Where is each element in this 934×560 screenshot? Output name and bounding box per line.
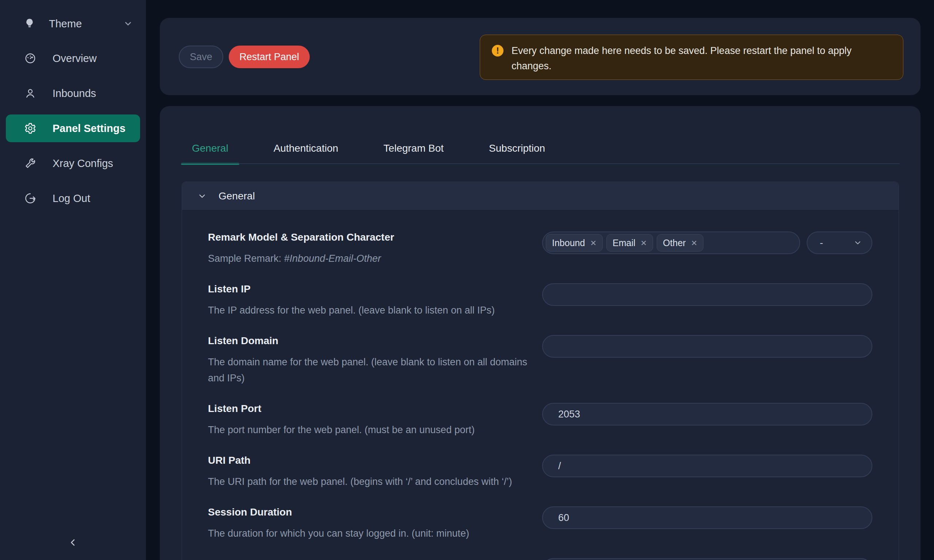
tab-authentication[interactable]: Authentication xyxy=(263,133,349,164)
form-row-uri-path: URI Path The URI path for the web panel.… xyxy=(208,455,872,490)
wrench-icon xyxy=(24,157,37,169)
tag-label: Email xyxy=(613,238,635,248)
form-row-listen-port: Listen Port The port number for the web … xyxy=(208,403,872,438)
gear-icon xyxy=(24,122,37,135)
field-label: Listen IP xyxy=(208,283,527,295)
toolbar-card: Save Restart Panel ! Every change made h… xyxy=(160,18,920,95)
listen-ip-input[interactable] xyxy=(542,283,872,306)
sidebar-item-panel-settings[interactable]: Panel Settings xyxy=(6,114,140,142)
field-description: The domain name for the web panel. (leav… xyxy=(208,354,527,386)
chevron-down-icon xyxy=(853,238,862,247)
user-icon xyxy=(24,87,37,100)
logout-icon xyxy=(24,192,37,205)
field-description: The port number for the web panel. (must… xyxy=(208,422,527,438)
general-collapse-header[interactable]: General xyxy=(182,182,899,210)
sidebar-menu: Overview Inbounds Panel Settings xyxy=(0,45,146,220)
sidebar-item-label: Overview xyxy=(52,52,97,65)
separator-value: - xyxy=(820,237,823,249)
remark-model-multiselect[interactable]: Inbound ✕ Email ✕ Other ✕ xyxy=(542,232,800,254)
general-form: Remark Model & Separation Character Samp… xyxy=(182,210,899,560)
sample-remark-value: #Inbound-Email-Other xyxy=(284,253,381,264)
field-label: Listen Port xyxy=(208,403,527,415)
tab-general[interactable]: General xyxy=(181,133,239,164)
tabs-divider xyxy=(181,163,900,164)
close-icon[interactable]: ✕ xyxy=(691,239,698,247)
uri-path-input[interactable] xyxy=(542,455,872,477)
listen-domain-input[interactable] xyxy=(542,335,872,358)
sidebar-item-label: Inbounds xyxy=(52,88,96,100)
listen-port-input[interactable] xyxy=(542,403,872,425)
field-description: The URI path for the web panel. (begins … xyxy=(208,474,527,490)
sidebar-item-overview[interactable]: Overview xyxy=(6,45,140,72)
form-row-session-duration: Session Duration The duration for which … xyxy=(208,506,872,542)
separator-select[interactable]: - xyxy=(807,232,872,254)
chevron-down-icon xyxy=(123,19,133,28)
warning-icon: ! xyxy=(492,45,504,57)
chevron-left-icon xyxy=(68,537,79,548)
section-title: General xyxy=(219,190,255,202)
theme-label: Theme xyxy=(49,18,82,30)
sidebar: Theme Overview Inbounds xyxy=(0,0,146,560)
sidebar-item-inbounds[interactable]: Inbounds xyxy=(6,80,140,107)
alert-text: Every change made here needs to be saved… xyxy=(512,43,878,74)
sidebar-item-log-out[interactable]: Log Out xyxy=(6,185,140,212)
field-label: Session Duration xyxy=(208,506,527,518)
tab-subscription[interactable]: Subscription xyxy=(478,133,556,164)
main-content: Save Restart Panel ! Every change made h… xyxy=(146,0,934,560)
gauge-icon xyxy=(24,52,37,65)
form-row-listen-domain: Listen Domain The domain name for the we… xyxy=(208,335,872,386)
settings-card: General Authentication Telegram Bot Subs… xyxy=(160,106,920,560)
sidebar-item-label: Log Out xyxy=(52,192,90,205)
sidebar-item-label: Xray Configs xyxy=(52,157,113,169)
field-description: The IP address for the web panel. (leave… xyxy=(208,302,527,318)
close-icon[interactable]: ✕ xyxy=(590,239,596,247)
pagination-size-input[interactable] xyxy=(542,558,872,560)
chevron-down-icon xyxy=(197,191,207,201)
tag-other[interactable]: Other ✕ xyxy=(657,234,703,252)
tag-email[interactable]: Email ✕ xyxy=(606,234,653,252)
form-row-pagination-size: Pagination Size xyxy=(208,558,872,560)
general-collapse-panel: General Remark Model & Separation Charac… xyxy=(182,182,899,560)
sample-remark-prefix: Sample Remark: xyxy=(208,253,284,264)
field-description: Sample Remark: #Inbound-Email-Other xyxy=(208,251,527,266)
restart-warning-alert: ! Every change made here needs to be sav… xyxy=(480,35,903,80)
field-label: Remark Model & Separation Character xyxy=(208,232,527,243)
lightbulb-icon xyxy=(23,17,36,30)
save-button[interactable]: Save xyxy=(179,46,223,68)
field-description: The duration for which you can stay logg… xyxy=(208,525,527,542)
restart-panel-button[interactable]: Restart Panel xyxy=(229,46,310,68)
sidebar-collapse-button[interactable] xyxy=(65,534,81,551)
field-label: URI Path xyxy=(208,455,527,466)
theme-selector[interactable]: Theme xyxy=(23,13,133,34)
field-label: Listen Domain xyxy=(208,335,527,347)
form-row-remark-model: Remark Model & Separation Character Samp… xyxy=(208,232,872,266)
settings-tabs: General Authentication Telegram Bot Subs… xyxy=(181,133,580,164)
form-row-listen-ip: Listen IP The IP address for the web pan… xyxy=(208,283,872,318)
field-label: Pagination Size xyxy=(208,558,527,560)
sidebar-item-label: Panel Settings xyxy=(52,123,125,135)
panel-settings-page: Theme Overview Inbounds xyxy=(0,0,934,560)
tag-inbound[interactable]: Inbound ✕ xyxy=(546,234,603,252)
session-duration-input[interactable] xyxy=(542,506,872,529)
tag-label: Other xyxy=(663,238,686,248)
tab-telegram-bot[interactable]: Telegram Bot xyxy=(373,133,455,164)
close-icon[interactable]: ✕ xyxy=(641,239,647,247)
tag-label: Inbound xyxy=(552,238,585,248)
sidebar-item-xray-configs[interactable]: Xray Configs xyxy=(6,149,140,177)
